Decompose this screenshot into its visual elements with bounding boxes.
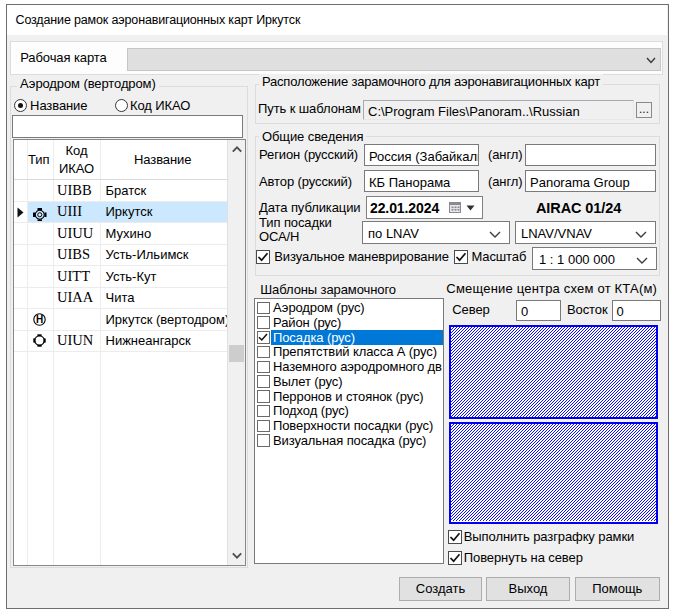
svg-text:H: H: [36, 314, 43, 325]
